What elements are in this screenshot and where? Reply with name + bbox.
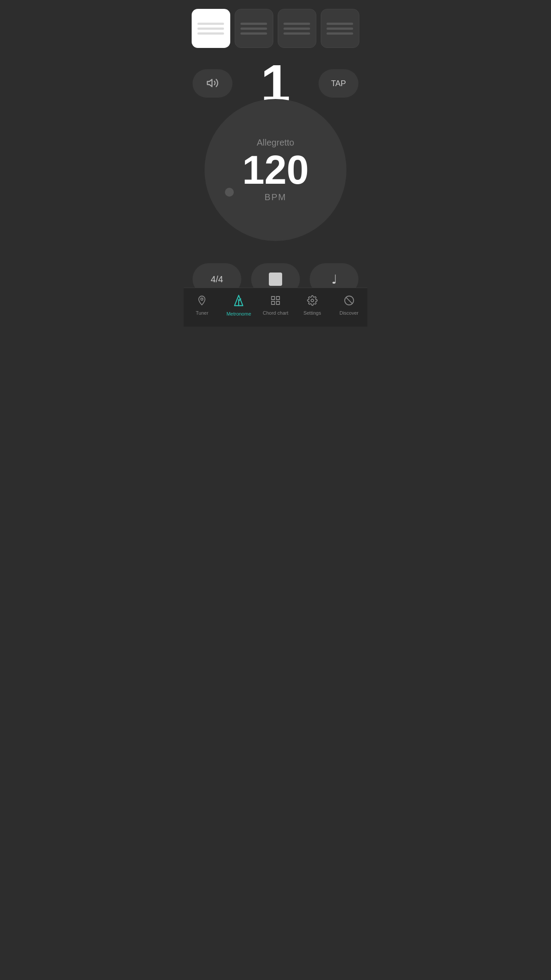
beat-line	[283, 23, 310, 25]
svg-rect-6	[276, 296, 279, 300]
dial-indicator	[225, 188, 234, 197]
volume-button[interactable]	[193, 69, 232, 98]
beat-line	[240, 32, 267, 35]
tab-settings-label: Settings	[303, 310, 321, 316]
svg-point-9	[311, 299, 314, 302]
tempo-dial-container: Allegretto 120 BPM	[184, 99, 367, 241]
beat-2[interactable]	[235, 9, 273, 48]
gear-icon	[307, 295, 318, 308]
tab-discover-label: Discover	[339, 310, 358, 316]
tab-chord-chart-label: Chord chart	[263, 310, 288, 316]
svg-line-11	[346, 297, 352, 303]
svg-rect-8	[276, 301, 279, 304]
tab-tuner[interactable]: Tuner	[184, 295, 220, 316]
beat-line	[327, 23, 353, 25]
tap-label: TAP	[331, 79, 346, 88]
tab-tuner-label: Tuner	[196, 310, 208, 316]
svg-rect-5	[272, 296, 275, 300]
svg-point-1	[201, 298, 203, 300]
svg-marker-0	[207, 79, 212, 86]
compass-icon	[344, 295, 354, 308]
beat-line	[197, 32, 224, 35]
bpm-unit: BPM	[264, 192, 286, 202]
beat-line	[197, 23, 224, 25]
grid-icon	[270, 295, 281, 308]
metronome-icon	[232, 294, 245, 309]
beat-line	[240, 28, 267, 30]
beat-4[interactable]	[321, 9, 359, 48]
beat-line	[283, 32, 310, 35]
beat-3[interactable]	[278, 9, 316, 48]
beat-indicators	[184, 0, 367, 52]
bpm-value: 120	[242, 150, 309, 190]
beat-line	[327, 28, 353, 30]
tab-metronome[interactable]: Metronome	[220, 294, 257, 316]
beat-line	[197, 28, 224, 30]
tempo-name: Allegretto	[257, 138, 295, 148]
volume-icon	[206, 77, 219, 91]
time-signature-label: 4/4	[211, 274, 223, 285]
tab-settings[interactable]: Settings	[294, 295, 331, 316]
tempo-dial[interactable]: Allegretto 120 BPM	[205, 99, 346, 241]
pin-icon	[197, 295, 207, 308]
tab-bar: Tuner Metronome Chord chart	[184, 288, 367, 327]
svg-rect-7	[272, 301, 275, 304]
tab-chord-chart[interactable]: Chord chart	[257, 295, 294, 316]
note-icon: ♩	[331, 272, 337, 287]
tap-button[interactable]: TAP	[319, 69, 358, 98]
beat-line	[283, 28, 310, 30]
stop-icon	[269, 273, 282, 286]
beat-line	[240, 23, 267, 25]
beat-1[interactable]	[192, 9, 230, 48]
tab-discover[interactable]: Discover	[331, 295, 367, 316]
tab-metronome-label: Metronome	[226, 311, 251, 316]
beat-line	[327, 32, 353, 35]
